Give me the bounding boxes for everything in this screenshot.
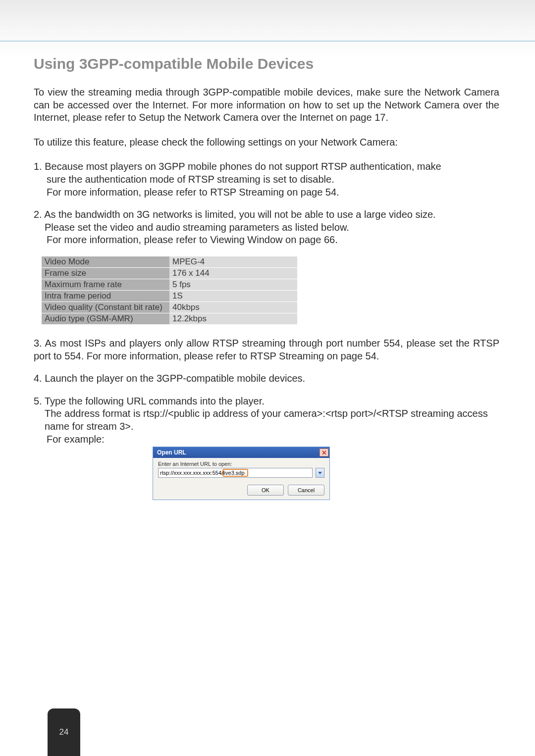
list-item-1: 1. Because most players on 3GPP mobile p… (34, 160, 499, 199)
list-item-3: 3. As most ISPs and players only allow R… (34, 337, 499, 362)
table-row: Audio type (GSM-AMR)12.2kbps (42, 313, 297, 324)
table-row: Intra frame period1S (42, 290, 297, 302)
list-item-1-line-c: For more information, please refer to RT… (34, 186, 499, 199)
list-item-5: 5. Type the following URL commands into … (34, 395, 499, 446)
list-item-2-line-a: 2. As the bandwidth on 3G networks is li… (34, 209, 436, 220)
section-heading: Using 3GPP-compatible Mobile Devices (34, 55, 499, 72)
dialog-title: Open URL (157, 449, 186, 456)
list-item-5-line-c: For example: (34, 433, 499, 446)
list-item-1-line-a: 1. Because most players on 3GPP mobile p… (34, 161, 441, 172)
open-url-dialog: Open URL ✕ Enter an Internet URL to open… (153, 447, 330, 500)
url-input[interactable] (158, 468, 313, 478)
dialog-input-label: Enter an Internet URL to open: (158, 461, 324, 467)
setting-value: MPEG-4 (169, 256, 297, 268)
dialog-button-row: OK Cancel (153, 482, 329, 500)
setting-key: Video quality (Constant bit rate) (42, 302, 169, 313)
open-url-dialog-wrap: Open URL ✕ Enter an Internet URL to open… (153, 447, 499, 500)
dialog-body: Enter an Internet URL to open: (153, 458, 329, 482)
setting-key: Intra frame period (42, 290, 169, 302)
table-row: Frame size176 x 144 (42, 267, 297, 279)
table-row: Video quality (Constant bit rate)40kbps (42, 302, 297, 313)
setting-key: Audio type (GSM-AMR) (42, 313, 169, 324)
lead-paragraph: To utilize this feature, please check th… (34, 136, 499, 149)
setting-value: 1S (169, 290, 297, 302)
header-divider (0, 41, 535, 42)
setting-value: 176 x 144 (169, 267, 297, 279)
intro-paragraph: To view the streaming media through 3GPP… (34, 86, 499, 124)
close-button[interactable]: ✕ (320, 449, 328, 456)
list-item-5-line-b: The address format is rtsp://<public ip … (34, 407, 499, 433)
url-row (158, 468, 324, 478)
page-number: 24 (59, 727, 69, 737)
url-dropdown-button[interactable] (316, 468, 324, 478)
setting-value: 12.2kbps (169, 313, 297, 324)
page-number-tab: 24 (48, 708, 80, 756)
settings-table: Video ModeMPEG-4Frame size176 x 144Maxim… (42, 256, 297, 324)
setting-value: 40kbps (169, 302, 297, 313)
list-item-4: 4. Launch the player on the 3GPP-compati… (34, 372, 499, 385)
content-area: Using 3GPP-compatible Mobile Devices To … (34, 55, 499, 510)
setting-key: Maximum frame rate (42, 279, 169, 290)
list-item-5-line-a: 5. Type the following URL commands into … (34, 396, 265, 406)
table-row: Maximum frame rate5 fps (42, 279, 297, 290)
list-item-1-line-b: sure the authentication mode of RTSP str… (34, 173, 499, 186)
setting-value: 5 fps (169, 279, 297, 290)
close-icon: ✕ (321, 450, 327, 456)
dialog-titlebar: Open URL ✕ (153, 447, 329, 458)
cancel-button[interactable]: Cancel (288, 485, 324, 496)
list-item-2-line-b: Please set the video and audio streaming… (34, 221, 499, 234)
chevron-down-icon (318, 472, 322, 474)
list-item-2: 2. As the bandwidth on 3G networks is li… (34, 208, 499, 247)
list-item-2-line-c: For more information, please refer to Vi… (34, 234, 499, 247)
setting-key: Video Mode (42, 256, 169, 268)
table-row: Video ModeMPEG-4 (42, 256, 297, 268)
setting-key: Frame size (42, 267, 169, 279)
ok-button[interactable]: OK (247, 485, 284, 496)
instruction-list: 1. Because most players on 3GPP mobile p… (34, 160, 499, 500)
document-page: Using 3GPP-compatible Mobile Devices To … (0, 0, 535, 756)
